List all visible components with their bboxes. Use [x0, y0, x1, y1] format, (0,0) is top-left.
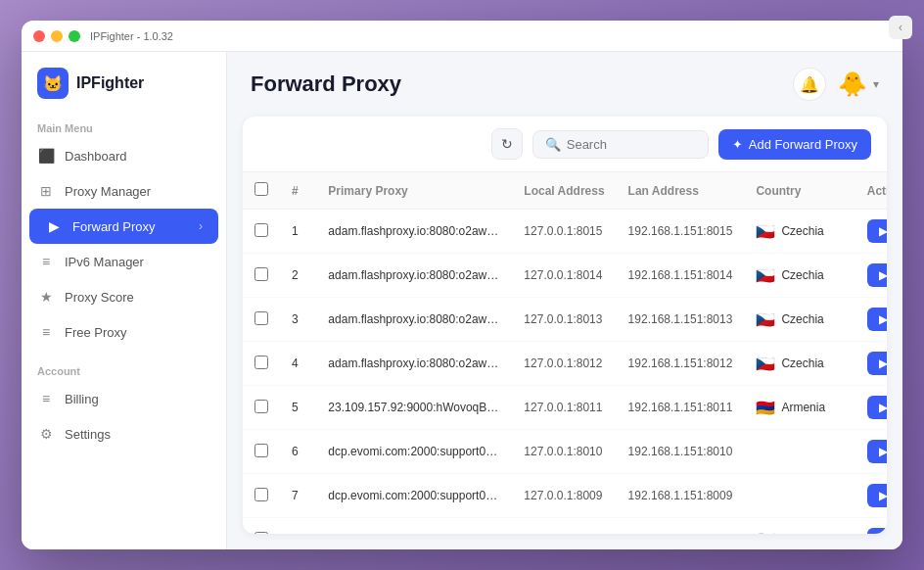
account-label: Account: [22, 357, 226, 381]
sidebar-item-free-proxy[interactable]: ≡ Free Proxy: [22, 314, 226, 350]
row-action: ▶ Start ⋮: [855, 342, 887, 386]
start-button[interactable]: ▶ Start: [867, 396, 887, 419]
country-name: Czechia: [781, 312, 823, 326]
sidebar-item-ipv6-manager[interactable]: ≡ IPv6 Manager: [22, 244, 226, 279]
row-checkbox[interactable]: [254, 400, 268, 413]
sidebar-item-proxy-manager[interactable]: ⊞ Proxy Manager: [22, 173, 226, 209]
row-checkbox-cell: [243, 254, 280, 298]
sidebar-item-billing[interactable]: ≡ Billing: [22, 381, 226, 416]
start-button[interactable]: ▶ Start: [867, 440, 887, 463]
row-checkbox[interactable]: [254, 444, 268, 457]
table-row: 7 dcp.evomi.com:2000:support0:wGw... 127…: [243, 474, 887, 518]
avatar: 🐥: [838, 71, 867, 98]
row-num: 5: [280, 386, 316, 430]
row-local-address: 127.0.0.1:8015: [512, 210, 616, 254]
notification-button[interactable]: 🔔: [793, 68, 826, 101]
page-title: Forward Proxy: [251, 71, 401, 97]
row-country: [744, 474, 855, 518]
add-forward-proxy-button[interactable]: ✦ Add Forward Proxy: [718, 129, 871, 160]
row-proxy: adam.flashproxy.io:8080:o2awchqa4x...: [316, 342, 512, 386]
row-checkbox[interactable]: [254, 267, 268, 281]
start-button[interactable]: ▶ Start: [867, 528, 887, 534]
country-flag: 🇨🇿: [756, 310, 775, 329]
row-checkbox-cell: [243, 210, 280, 254]
avatar-chevron-icon: ▾: [873, 77, 879, 91]
row-lan-address: 192.168.1.151:8012: [617, 342, 745, 386]
start-button[interactable]: ▶ Start: [867, 484, 887, 507]
row-checkbox[interactable]: [254, 488, 268, 501]
sidebar-item-label: IPv6 Manager: [65, 255, 144, 269]
row-country: 🇨🇿 Czechia: [744, 210, 855, 254]
logo-text: IPFighter: [76, 74, 144, 92]
row-action: ▶ Start ⋮: [855, 474, 887, 518]
start-button[interactable]: ▶ Start: [867, 352, 887, 375]
row-action: ▶ Start ⋮: [855, 210, 887, 254]
row-country: [744, 430, 855, 474]
lan-address-header: Lan Address: [617, 172, 745, 210]
logo-emoji: 🐱: [43, 74, 63, 93]
row-checkbox-cell: [243, 474, 280, 518]
titlebar-title: IPFighter - 1.0.32: [90, 30, 173, 42]
app-body: 🐱 IPFighter ‹ Main Menu ⬛ Dashboard ⊞ Pr…: [22, 52, 902, 549]
forward-proxy-icon: ▶: [45, 217, 63, 235]
main-content: Forward Proxy 🔔 🐥 ▾ ↻: [227, 52, 902, 549]
avatar-area[interactable]: 🐥 ▾: [838, 71, 879, 98]
start-icon: ▶: [879, 445, 887, 458]
row-proxy: dcp.evomi.com:2000:support0:wGw...: [316, 430, 512, 474]
billing-icon: ≡: [37, 390, 55, 407]
row-checkbox-cell: [243, 430, 280, 474]
table-row: 2 adam.flashproxy.io:8080:o2awchqa4x... …: [243, 254, 887, 298]
start-button[interactable]: ▶ Start: [867, 308, 887, 331]
select-all-checkbox[interactable]: [254, 182, 268, 196]
sidebar-item-label: Settings: [65, 427, 111, 442]
row-action: ▶ Start ⋮: [855, 430, 887, 474]
row-checkbox[interactable]: [254, 223, 268, 237]
proxy-table: # Primary Proxy Local Address Lan Addres…: [243, 172, 887, 534]
row-local-address: 127.0.0.1:8008: [512, 518, 616, 535]
sidebar-item-proxy-score[interactable]: ★ Proxy Score: [22, 279, 226, 314]
free-proxy-icon: ≡: [37, 323, 55, 341]
sidebar-item-label: Free Proxy: [65, 325, 127, 340]
table-area: ↻ 🔍 ✦ Add Forward Proxy: [243, 117, 887, 534]
row-num: 8: [280, 518, 316, 535]
num-header: #: [280, 172, 316, 210]
start-button[interactable]: ▶ Start: [867, 219, 887, 243]
refresh-button[interactable]: ↻: [491, 128, 523, 160]
row-checkbox[interactable]: [254, 532, 268, 535]
row-country: 🇨🇿 Czechia: [744, 298, 855, 342]
row-num: 2: [280, 254, 316, 298]
minimize-button[interactable]: [51, 30, 63, 42]
settings-icon: ⚙: [37, 425, 55, 443]
country-flag: 🇨🇿: [756, 222, 775, 241]
sidebar-item-label: Forward Proxy: [72, 219, 156, 234]
row-num: 3: [280, 298, 316, 342]
row-checkbox[interactable]: [254, 311, 268, 325]
table-toolbar: ↻ 🔍 ✦ Add Forward Proxy: [243, 117, 887, 172]
close-button[interactable]: [33, 30, 45, 42]
row-num: 6: [280, 430, 316, 474]
table-row: 8 adam.flashproxy.io:8080:o2awchqa4x... …: [243, 518, 887, 535]
country-flag: 🇦🇲: [756, 399, 775, 417]
refresh-icon: ↻: [501, 136, 513, 152]
start-button[interactable]: ▶ Start: [867, 263, 887, 287]
notification-icon: 🔔: [800, 75, 819, 94]
country-name: Australia: [781, 533, 827, 534]
sidebar-item-settings[interactable]: ⚙ Settings: [22, 416, 226, 451]
maximize-button[interactable]: [69, 30, 80, 42]
row-action: ▶ Start ⋮: [855, 254, 887, 298]
row-country: 🇨🇿 Czechia: [744, 254, 855, 298]
start-icon: ▶: [879, 533, 887, 534]
start-icon: ▶: [879, 356, 887, 370]
row-proxy: adam.flashproxy.io:8080:o2awchqa4x...: [316, 210, 512, 254]
country-flag: 🇨🇿: [756, 266, 775, 285]
sidebar-item-forward-proxy[interactable]: ▶ Forward Proxy ›: [29, 209, 218, 244]
search-input[interactable]: [567, 137, 696, 152]
row-local-address: 127.0.0.1:8014: [512, 254, 616, 298]
titlebar: IPFighter - 1.0.32: [22, 21, 902, 52]
row-checkbox[interactable]: [254, 356, 268, 369]
row-lan-address: 192.168.1.151:8015: [617, 210, 745, 254]
sidebar-item-dashboard[interactable]: ⬛ Dashboard: [22, 138, 226, 173]
chevron-right-icon: ›: [199, 219, 203, 233]
table-row: 4 adam.flashproxy.io:8080:o2awchqa4x... …: [243, 342, 887, 386]
table-header-row: # Primary Proxy Local Address Lan Addres…: [243, 172, 887, 210]
